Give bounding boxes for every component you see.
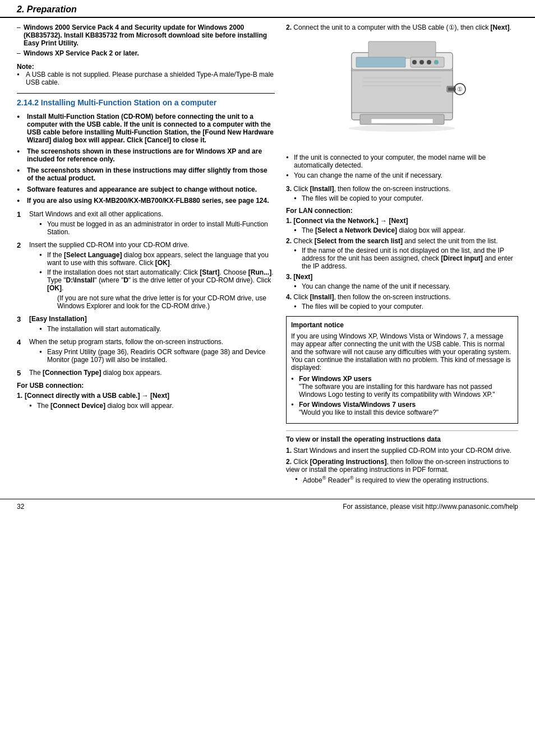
lan-step-2-num: 2.: [286, 237, 292, 245]
step-2-subbullets: If the [Select Language] dialog box appe…: [29, 251, 275, 310]
usb-step-num: 1.: [17, 392, 22, 400]
lan-step-4: 4. Click [Install], then follow the on-s…: [286, 293, 518, 310]
step-2-content: Insert the supplied CD-ROM into your CD-…: [29, 241, 275, 312]
step-4-sub-1: Easy Print Utility (page 36), Readiris O…: [39, 348, 275, 364]
right-step3: 3. Click [Install], then follow the on-s…: [286, 185, 518, 202]
lan-step-1-sub-1: The [Select a Network Device] dialog box…: [294, 226, 518, 234]
step-1-content: Start Windows and exit all other applica…: [29, 210, 275, 238]
usb-step-1: 1. [Connect directly with a USB cable.] …: [17, 392, 275, 410]
svg-text:①: ①: [457, 86, 463, 92]
intro-bullet-2-text: Windows XP Service Pack 2 or later.: [24, 49, 139, 57]
svg-point-8: [419, 60, 424, 64]
step-4-subbullets: Easy Print Utility (page 36), Readiris O…: [29, 348, 275, 364]
right-step3-sub-1: The files will be copied to your compute…: [294, 194, 518, 202]
in-item-vista-text: "Would you like to install this device s…: [299, 409, 439, 416]
right-step2-num: 2.: [286, 24, 292, 31]
lan-step-3-num: 3.: [286, 273, 292, 281]
step-3-subbullets: The installation will start automaticall…: [29, 325, 161, 333]
step-3-content: [Easy Installation] The installation wil…: [29, 315, 161, 335]
svg-rect-5: [371, 119, 433, 123]
step-3-sub-1: The installation will start automaticall…: [39, 325, 161, 333]
feature-bullet-1: Install Multi-Function Station (CD-ROM) …: [17, 113, 275, 144]
feature-bullets: Install Multi-Function Station (CD-ROM) …: [17, 113, 275, 205]
usb-step-1-sub: The [Connect Device] dialog box will app…: [17, 402, 275, 410]
step-4-number: 4: [17, 338, 26, 365]
lan-step-1-text: [Connect via the Network.] → [Next]: [293, 217, 408, 225]
step-5-text: The [Connection Type] dialog box appears…: [29, 369, 162, 377]
step-2: 2 Insert the supplied CD-ROM into your C…: [17, 241, 275, 312]
important-notice-box: Important notice If you are using Window…: [286, 316, 518, 424]
svg-point-20: [349, 125, 455, 132]
step-2-note: (If you are not sure what the drive lett…: [47, 294, 275, 310]
note-title: Note:: [17, 63, 275, 71]
feature-bullet-3: The screenshots shown in these instructi…: [17, 166, 275, 182]
footer-help-text: For assistance, please visit http://www.…: [343, 503, 518, 511]
important-notice-title: Important notice: [291, 321, 513, 329]
right-column: 2. Connect the unit to a computer with t…: [286, 24, 518, 488]
svg-rect-12: [352, 71, 453, 113]
right-step3-text: Click [Install], then follow the on-scre…: [293, 185, 450, 193]
page: 2. Preparation Windows 2000 Service Pack…: [0, 0, 535, 756]
step-3: 3 [Easy Installation] The installation w…: [17, 315, 275, 335]
lan-step-4-sub: The files will be copied to your compute…: [286, 303, 518, 310]
lan-step-4-sub-1: The files will be copied to your compute…: [294, 303, 518, 310]
intro-bullet-1-text: Windows 2000 Service Pack 4 and Security…: [24, 24, 267, 47]
right-step2: 2. Connect the unit to a computer with t…: [286, 24, 518, 31]
right-step3-num: 3.: [286, 185, 292, 193]
lan-step-2-sub: If the name of the desired unit is not d…: [286, 247, 518, 270]
svg-rect-3: [368, 41, 436, 58]
vis-step-2: 2. Click [Operating Instructions], then …: [286, 458, 518, 484]
in-item-xp-text: "The software you are installing for thi…: [299, 383, 495, 398]
footer-page-number: 32: [17, 503, 24, 511]
note-bullet-1: A USB cable is not supplied. Please purc…: [17, 71, 275, 86]
view-install-steps: 1. Start Windows and insert the supplied…: [286, 447, 518, 484]
lan-step-4-text: Click [Install], then follow the on-scre…: [293, 293, 450, 301]
step-1-text: Start Windows and exit all other applica…: [29, 210, 163, 218]
lan-step-3-sub: You can change the name of the unit if n…: [286, 282, 518, 290]
feature-bullet-5: If you are also using KX-MB200/KX-MB700/…: [17, 197, 275, 205]
intro-bullet-1: Windows 2000 Service Pack 4 and Security…: [17, 24, 275, 47]
vis-step-2-sub: Adobe® Reader® is required to view the o…: [286, 475, 518, 484]
lan-step-4-num: 4.: [286, 293, 292, 301]
step-3-number: 3: [17, 315, 26, 335]
section-divider: [17, 93, 275, 94]
lan-step-3-text: [Next]: [293, 273, 312, 281]
usb-sub-1: The [Connect Device] dialog box will app…: [29, 402, 275, 410]
lan-step-1-num: 1.: [286, 217, 292, 225]
note-section: Note: A USB cable is not supplied. Pleas…: [17, 63, 275, 86]
right-step2-text: Connect the unit to a computer with the …: [293, 24, 511, 31]
step-4: 4 When the setup program starts, follow …: [17, 338, 275, 365]
view-install-section: To view or install the operating instruc…: [286, 430, 518, 484]
for-usb-heading: For USB connection:: [17, 382, 275, 389]
step-1-number: 1: [17, 210, 26, 238]
right-bullet-2: You can change the name of the unit if n…: [286, 171, 518, 179]
lan-step-2-sub-1: If the name of the desired unit is not d…: [294, 247, 518, 270]
vis-sub-1: Adobe® Reader® is required to view the o…: [295, 475, 518, 484]
step-5: 5 The [Connection Type] dialog box appea…: [17, 369, 275, 377]
lan-step-1: 1. [Connect via the Network.] → [Next] T…: [286, 217, 518, 234]
svg-point-10: [434, 60, 439, 64]
lan-step-2-text: Check [Select from the search list] and …: [293, 237, 497, 245]
page-footer: 32 For assistance, please visit http://w…: [0, 499, 535, 514]
intro-bullet-2: Windows XP Service Pack 2 or later.: [17, 49, 275, 57]
lan-step-3: 3. [Next] You can change the name of the…: [286, 273, 518, 290]
printer-svg: ①: [329, 36, 475, 148]
step-3-text: [Easy Installation]: [29, 315, 87, 323]
lan-step-2: 2. Check [Select from the search list] a…: [286, 237, 518, 270]
left-column: Windows 2000 Service Pack 4 and Security…: [17, 24, 275, 488]
vis-step-1-num: 1.: [286, 447, 292, 454]
important-notice-body: If you are using Windows XP, Windows Vis…: [291, 332, 513, 372]
page-header: 2. Preparation: [0, 0, 535, 18]
feature-bullet-2: The screenshots shown in these instructi…: [17, 147, 275, 163]
right-step3-sub: The files will be copied to your compute…: [286, 194, 518, 202]
step-1: 1 Start Windows and exit all other appli…: [17, 210, 275, 238]
step-1-subbullets: You must be logged in as an administrato…: [29, 220, 275, 236]
important-notice-items: For Windows XP users "The software you a…: [291, 375, 513, 416]
in-item-xp: For Windows XP users "The software you a…: [291, 375, 513, 398]
intro-bullets: Windows 2000 Service Pack 4 and Security…: [17, 24, 275, 57]
in-item-vista: For Windows Vista/Windows 7 users "Would…: [291, 401, 513, 416]
svg-point-9: [427, 60, 431, 64]
lan-step-1-sub: The [Select a Network Device] dialog box…: [286, 226, 518, 234]
view-install-heading: To view or install the operating instruc…: [286, 435, 518, 443]
step-2-sub-1: If the [Select Language] dialog box appe…: [39, 251, 275, 267]
